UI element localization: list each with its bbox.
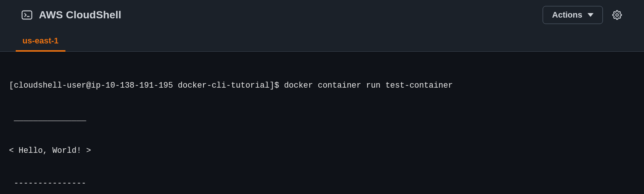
terminal-line-command: [cloudshell-user@ip-10-138-191-195 docke… xyxy=(9,80,635,91)
chevron-down-icon xyxy=(588,13,594,17)
actions-button[interactable]: Actions xyxy=(543,6,603,24)
tab-bar: us-east-1 xyxy=(0,28,644,52)
settings-button[interactable] xyxy=(611,9,623,21)
cloudshell-icon xyxy=(21,9,33,21)
svg-point-2 xyxy=(616,14,619,16)
gear-icon xyxy=(612,10,622,20)
svg-rect-0 xyxy=(22,11,32,19)
tab-region[interactable]: us-east-1 xyxy=(16,32,65,52)
terminal-output-2: --------------- xyxy=(9,178,635,189)
title-group: AWS CloudShell xyxy=(21,9,122,21)
actions-label: Actions xyxy=(552,10,582,20)
command-text: docker container run test-container xyxy=(284,81,453,90)
header-bar: AWS CloudShell Actions xyxy=(0,0,644,28)
page-title: AWS CloudShell xyxy=(39,9,122,21)
terminal-output-1: < Hello, World! > xyxy=(9,145,635,156)
prompt-text: [cloudshell-user@ip-10-138-191-195 docke… xyxy=(9,81,279,90)
terminal-pane[interactable]: [cloudshell-user@ip-10-138-191-195 docke… xyxy=(0,52,644,194)
header-right: Actions xyxy=(543,6,623,24)
terminal-output-0: _______________ xyxy=(9,113,635,124)
